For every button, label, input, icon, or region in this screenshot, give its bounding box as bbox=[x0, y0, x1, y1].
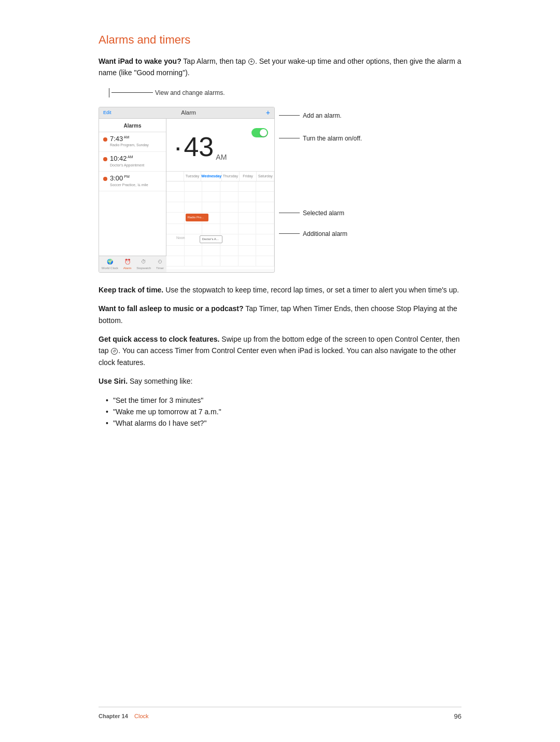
cal-cell bbox=[166, 181, 185, 191]
siri-bullets: "Set the timer for 3 minutes" "Wake me u… bbox=[99, 395, 461, 429]
cal-row-2 bbox=[166, 192, 274, 202]
footer-chapter-area: Chapter 14 Clock bbox=[99, 712, 149, 721]
cal-cell bbox=[220, 213, 239, 223]
bullet-3: "What alarms do I have set?" bbox=[108, 417, 461, 429]
alarm-ampm-2: AM bbox=[127, 155, 133, 159]
stopwatch-label: Stopwatch bbox=[136, 266, 151, 269]
para2-rest: Use the stopwatch to keep time, record l… bbox=[163, 286, 459, 294]
alarm-dot-1 bbox=[103, 137, 107, 142]
intro-paragraph: Want iPad to wake you? Tap Alarm, then t… bbox=[99, 55, 461, 79]
callout-line-toggle bbox=[279, 138, 300, 138]
additional-alarm-bar: Doctor's A... bbox=[200, 235, 222, 243]
cal-cell: Noon bbox=[166, 234, 185, 245]
calendar-grid: Tuesday Wednesday Thursday Friday Saturd… bbox=[166, 172, 274, 267]
cal-cell bbox=[256, 202, 274, 212]
para3: Want to fall asleep to music or a podcas… bbox=[99, 303, 461, 326]
cal-cell bbox=[166, 246, 185, 256]
cal-day-saturday: Saturday bbox=[257, 172, 274, 181]
cal-cell bbox=[166, 213, 185, 223]
cal-cell bbox=[166, 256, 185, 266]
timer-label: Timer bbox=[156, 266, 164, 269]
cal-row-7 bbox=[166, 246, 274, 256]
edit-button[interactable]: Edit bbox=[103, 109, 111, 117]
cal-cell: Doctor's A... bbox=[220, 234, 239, 245]
timer-siri-icon bbox=[111, 348, 118, 355]
alarm-info-3: 3:00 PM Soccer Practice, ¾ mile bbox=[110, 175, 148, 188]
toolbar-worldclock[interactable]: 🌍 World Clock bbox=[102, 258, 118, 269]
cal-day-wednesday: Wednesday bbox=[201, 172, 222, 181]
cal-row-8 bbox=[166, 256, 274, 267]
cal-row-5 bbox=[166, 224, 274, 234]
cal-day-tuesday: Tuesday bbox=[184, 172, 202, 181]
additional-alarm-callout: Additional alarm bbox=[279, 229, 461, 239]
cal-cell bbox=[256, 213, 274, 223]
alarm-label-toolbar: Alarm bbox=[123, 266, 132, 269]
worldclock-icon: 🌍 bbox=[107, 258, 113, 265]
callout-line-add bbox=[279, 115, 300, 116]
ipad-topbar: Edit Alarm + bbox=[99, 107, 274, 119]
alarm-label-2: Doctor's Appointment bbox=[110, 163, 144, 169]
selected-alarm-text: Radio Pro... bbox=[188, 215, 204, 220]
cal-cell bbox=[202, 256, 220, 266]
toolbar-alarm[interactable]: ⏰ Alarm bbox=[123, 258, 132, 269]
para2: Keep track of time. Use the stopwatch to… bbox=[99, 284, 461, 296]
cal-cell bbox=[220, 224, 239, 234]
alarm-dots: · bbox=[174, 127, 181, 167]
cal-row-additional: Noon Doctor's A... bbox=[166, 234, 274, 246]
toolbar-timer[interactable]: ⏲ Timer bbox=[156, 258, 164, 269]
toggle-callout-text: Turn the alarm on/off. bbox=[300, 134, 362, 143]
para5-bold: Use Siri. bbox=[99, 377, 128, 385]
cal-cell bbox=[166, 192, 185, 202]
alarm-item-3[interactable]: 3:00 PM Soccer Practice, ¾ mile bbox=[99, 172, 166, 191]
alarm-list-panel: Alarms 7:43 AM Radio Program, Sunday bbox=[99, 119, 166, 269]
add-alarm-button[interactable]: + bbox=[266, 107, 270, 118]
alarm-toggle[interactable] bbox=[251, 128, 268, 137]
para4: Get quick access to clock features. Swip… bbox=[99, 333, 461, 368]
cal-cell bbox=[239, 202, 257, 212]
alarm-title: Alarm bbox=[181, 108, 196, 117]
footer-chapter-label: Chapter 14 bbox=[99, 713, 128, 719]
timer-icon: ⏲ bbox=[158, 258, 163, 265]
cal-cell bbox=[239, 213, 257, 223]
cal-day-friday: Friday bbox=[240, 172, 257, 181]
alarm-label-3: Soccer Practice, ¾ mile bbox=[110, 183, 148, 188]
alarm-number: 43 bbox=[184, 133, 214, 160]
cal-day-thursday: Thursday bbox=[222, 172, 240, 181]
additional-alarm-text: Doctor's A... bbox=[202, 237, 219, 242]
cal-day-empty bbox=[166, 172, 184, 181]
callout-line-selected bbox=[279, 213, 300, 213]
calendar-header: Tuesday Wednesday Thursday Friday Saturd… bbox=[166, 172, 274, 182]
bullet-2: "Wake me up tomorrow at 7 a.m." bbox=[108, 406, 461, 417]
alarm-time-1: 7:43 AM bbox=[110, 135, 149, 143]
diagram-area: View and change alarms. Edit Alarm + Ala… bbox=[99, 88, 461, 273]
cal-row-3 bbox=[166, 202, 274, 213]
cal-cell bbox=[256, 234, 274, 245]
alarm-item-1[interactable]: 7:43 AM Radio Program, Sunday bbox=[99, 132, 166, 152]
ipad-screenshot: Edit Alarm + Alarms 7:43 AM Radio Progra… bbox=[99, 107, 275, 273]
intro-bold: Want iPad to wake you? bbox=[99, 57, 181, 65]
add-alarm-callout-text: Add an alarm. bbox=[300, 111, 342, 120]
cal-cell-selected: Radio Pro... bbox=[185, 213, 203, 223]
callout-line-additional bbox=[279, 233, 300, 234]
clock-toolbar: 🌍 World Clock ⏰ Alarm ⏱ Stopwatch bbox=[99, 256, 166, 269]
page: Alarms and timers Want iPad to wake you?… bbox=[57, 0, 503, 742]
cal-cell bbox=[256, 192, 274, 202]
para5: Use Siri. Say something like: bbox=[99, 375, 461, 387]
cal-cell bbox=[239, 246, 257, 256]
diagram-row: Edit Alarm + Alarms 7:43 AM Radio Progra… bbox=[99, 107, 461, 273]
cal-cell bbox=[239, 224, 257, 234]
alarm-item-2[interactable]: 10:42 AM Doctor's Appointment bbox=[99, 152, 166, 172]
cal-cell bbox=[239, 234, 257, 245]
cal-cell bbox=[202, 213, 220, 223]
page-title: Alarms and timers bbox=[99, 31, 461, 48]
toolbar-stopwatch[interactable]: ⏱ Stopwatch bbox=[136, 258, 151, 269]
cal-cell bbox=[185, 224, 203, 234]
cal-cell bbox=[202, 192, 220, 202]
alarm-dot-2 bbox=[103, 157, 107, 161]
cal-cell bbox=[220, 202, 239, 212]
para2-bold: Keep track of time. bbox=[99, 286, 163, 294]
cal-cell bbox=[256, 246, 274, 256]
calendar-body: Radio Pro... bbox=[166, 181, 274, 267]
toggle-knob bbox=[260, 129, 267, 136]
cal-cell bbox=[239, 181, 257, 191]
